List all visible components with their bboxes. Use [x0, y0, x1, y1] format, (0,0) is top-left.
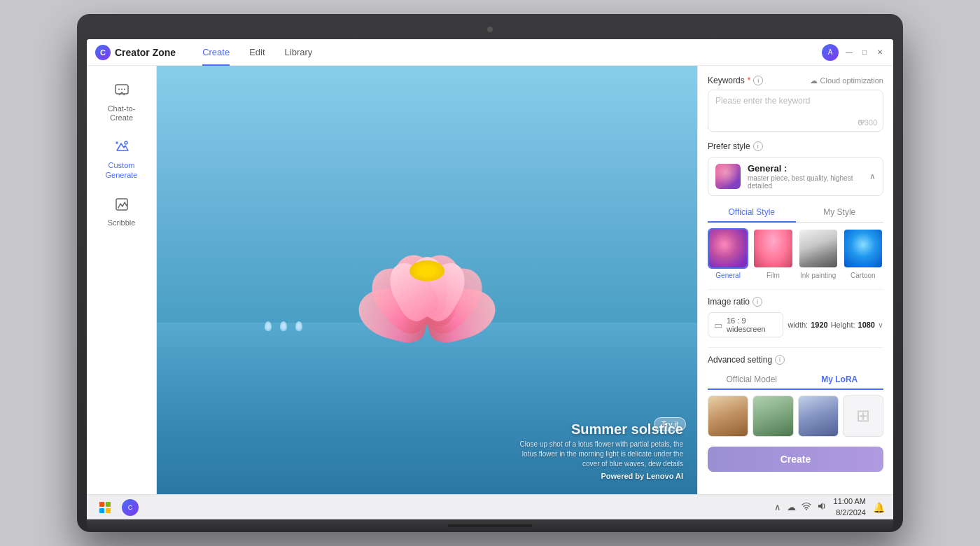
svg-point-2 — [121, 89, 122, 90]
general-style-image — [709, 230, 747, 267]
sidebar-item-custom-generate[interactable]: Custom Generate — [94, 134, 150, 185]
app-title: Creator Zone — [115, 47, 176, 58]
tab-official-style[interactable]: Official Style — [708, 203, 796, 223]
advanced-setting-section: Advanced setting i Official Model My LoR… — [708, 355, 883, 436]
lora-card-1[interactable] — [708, 396, 748, 436]
system-icons: ∧ ☁ — [774, 501, 827, 513]
water-drop — [295, 321, 302, 331]
taskbar: C ∧ ☁ — [87, 494, 893, 519]
nav-create[interactable]: Create — [192, 39, 239, 66]
win-quad-1 — [99, 502, 104, 507]
nav-library[interactable]: Library — [275, 39, 323, 66]
lora-add-button[interactable]: ⊞ — [843, 396, 883, 436]
close-button[interactable]: ✕ — [875, 48, 885, 57]
style-card-img-cartoon — [843, 228, 883, 269]
style-card-label-cartoon: Cartoon — [850, 272, 876, 279]
camera — [487, 27, 493, 32]
volume-icon[interactable] — [817, 501, 827, 513]
keyword-input-area[interactable]: Please enter the keyword ✏ 0/300 — [708, 90, 883, 132]
image-ratio-section: Image ratio i ▭ 16 : 9 widescreen — [708, 297, 883, 337]
chevron-up-system-icon[interactable]: ∧ — [774, 502, 781, 512]
ratio-dimensions: width: 1920 Height: 1080 ∨ — [788, 321, 883, 330]
maximize-button[interactable]: □ — [860, 48, 869, 57]
caption-description: Close up shot of a lotus flower with par… — [515, 440, 683, 469]
keyword-count: 0/300 — [858, 118, 877, 127]
prefer-style-info-icon[interactable]: i — [753, 141, 763, 151]
keyword-placeholder: Please enter the keyword — [715, 96, 876, 106]
svg-point-6 — [806, 509, 807, 510]
laptop-bottom — [87, 519, 893, 532]
chat-to-create-icon — [114, 83, 130, 102]
lenovo-taskbar-icon[interactable]: C — [122, 499, 139, 516]
selected-style-desc: master piece, best quality, highest deta… — [748, 174, 862, 190]
advanced-info-icon[interactable]: i — [775, 355, 785, 365]
win-quad-3 — [99, 508, 104, 513]
create-button[interactable]: Create — [708, 447, 883, 472]
ink-style-image — [799, 230, 837, 267]
lotus-image: Try it Summer solstice Close up shot of … — [157, 66, 697, 494]
lora-image-3 — [799, 396, 838, 435]
ratio-select[interactable]: ▭ 16 : 9 widescreen — [708, 312, 783, 337]
water-drop — [265, 321, 272, 331]
canvas-area: Try it Summer solstice Close up shot of … — [157, 66, 697, 494]
required-marker: * — [748, 76, 751, 85]
style-select-dropdown[interactable]: General : master piece, best quality, hi… — [708, 157, 883, 196]
laptop-hinge — [448, 524, 532, 527]
tab-my-lora[interactable]: My LoRA — [796, 370, 884, 388]
lora-card-2[interactable] — [752, 396, 793, 436]
add-icon: ⊞ — [856, 406, 870, 426]
style-card-general[interactable]: General — [708, 228, 748, 279]
prefer-style-header: Prefer style i — [708, 141, 883, 151]
keywords-info-icon[interactable]: i — [753, 76, 763, 85]
image-ratio-header: Image ratio i — [708, 297, 883, 307]
ratio-dropdown-icon[interactable]: ∨ — [878, 321, 883, 330]
divider-1 — [708, 289, 883, 290]
film-style-image — [754, 230, 792, 267]
start-button[interactable] — [95, 498, 115, 517]
prefer-style-section: Prefer style i General : master piece, b… — [708, 141, 883, 279]
advanced-tabs: Official Model My LoRA — [708, 370, 883, 390]
keywords-label: Keywords * i — [708, 76, 763, 85]
tab-my-style[interactable]: My Style — [796, 203, 884, 223]
logo-icon: C — [95, 45, 111, 60]
right-panel: Keywords * i ☁ Cloud optimization Please… — [697, 66, 893, 494]
lora-grid: ⊞ — [708, 396, 883, 436]
prefer-style-label: Prefer style — [708, 141, 750, 151]
minimize-button[interactable]: — — [844, 48, 854, 57]
wifi-icon[interactable] — [802, 501, 811, 513]
tab-official-model[interactable]: Official Model — [708, 370, 796, 388]
advanced-setting-label: Advanced setting — [708, 355, 772, 365]
selected-style-thumbnail — [715, 164, 741, 189]
sidebar-item-chat-to-create[interactable]: Chat-to-Create — [94, 77, 150, 128]
style-card-label-general: General — [715, 272, 741, 279]
style-card-label-ink: Ink painting — [800, 272, 836, 279]
user-avatar[interactable]: A — [822, 44, 839, 61]
cloud-optimization-button[interactable]: ☁ Cloud optimization — [810, 76, 884, 85]
ratio-icon: ▭ — [714, 320, 722, 330]
image-ratio-label: Image ratio — [708, 297, 750, 307]
notification-icon[interactable]: 🔔 — [873, 502, 885, 513]
cloud-system-icon[interactable]: ☁ — [787, 502, 796, 512]
lora-card-3[interactable] — [798, 396, 839, 436]
caption-powered-by: Powered by Lenovo AI — [515, 472, 683, 480]
keywords-section: Keywords * i ☁ Cloud optimization Please… — [708, 76, 883, 132]
style-card-film[interactable]: Film — [752, 228, 793, 279]
window-controls: A — □ ✕ — [822, 44, 885, 61]
titlebar: C Creator Zone Create Edit Library A — □… — [87, 39, 893, 66]
style-tabs: Official Style My Style — [708, 203, 883, 223]
sidebar: Chat-to-Create Custom Generate — [87, 66, 157, 494]
lora-image-1 — [708, 396, 748, 435]
style-card-ink[interactable]: Ink painting — [798, 228, 839, 279]
taskbar-right: ∧ ☁ — [774, 496, 885, 518]
svg-point-3 — [124, 89, 125, 90]
style-info: General : master piece, best quality, hi… — [748, 163, 862, 190]
image-ratio-info-icon[interactable]: i — [752, 297, 762, 307]
nav-edit[interactable]: Edit — [239, 39, 274, 66]
sidebar-item-scribble[interactable]: Scribble — [94, 191, 150, 233]
image-ratio-row: ▭ 16 : 9 widescreen width: 1920 — [708, 312, 883, 337]
flower-center — [410, 260, 444, 281]
style-card-cartoon[interactable]: Cartoon — [843, 228, 883, 279]
sidebar-label-chat: Chat-to-Create — [102, 104, 141, 122]
caption-title: Summer solstice — [515, 421, 683, 438]
svg-point-4 — [125, 141, 127, 144]
